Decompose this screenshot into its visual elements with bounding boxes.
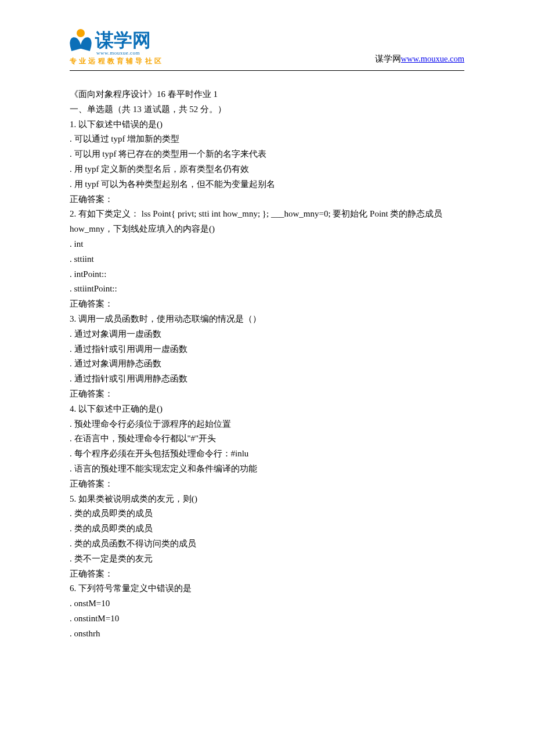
question-option: . 预处理命令行必须位于源程序的起始位置 [70,417,464,432]
answer-label: 正确答案： [70,477,464,492]
question-option: . 在语言中，预处理命令行都以"#"开头 [70,431,464,447]
question-option: . int [70,237,464,252]
document-title: 《面向对象程序设计》16 春平时作业 1 [70,87,464,102]
question-option: . onstintM=10 [70,611,464,627]
question-option: . 可以通过 typf 增加新的类型 [70,132,464,147]
question-option: . 用 typf 可以为各种类型起别名，但不能为变量起别名 [70,177,464,192]
question-option: . 语言的预处理不能实现宏定义和条件编译的功能 [70,462,464,477]
question-option: . sttiintPoint:: [70,282,464,297]
section-heading: 一、单选题（共 13 道试题，共 52 分。） [70,102,464,117]
answer-label: 正确答案： [70,192,464,207]
question-option: . sttiint [70,252,464,267]
page-header: 谋学网 www.mouxue.com 专业远程教育辅导社区 谋学网www.mou… [70,29,464,66]
question-4: 4. 以下叙述中正确的是() . 预处理命令行必须位于源程序的起始位置 . 在语… [70,402,464,492]
header-divider [70,70,464,71]
question-option: . intPoint:: [70,267,464,282]
question-option: . 用 typf 定义新的类型名后，原有类型名仍有效 [70,162,464,177]
question-1: 1. 以下叙述中错误的是() . 可以通过 typf 增加新的类型 . 可以用 … [70,117,464,207]
question-option: . onstM=10 [70,596,464,611]
question-option: . 类的成员函数不得访问类的成员 [70,537,464,552]
question-3: 3. 调用一成员函数时，使用动态联编的情况是（） . 通过对象调用一虚函数 . … [70,312,464,402]
question-stem: 4. 以下叙述中正确的是() [70,402,464,417]
question-stem: 6. 下列符号常量定义中错误的是 [70,581,464,596]
question-option: . onsthrh [70,627,464,642]
question-option: . 每个程序必须在开头包括预处理命令行：#inlu [70,447,464,462]
question-option: . 通过对象调用一虚函数 [70,327,464,342]
question-stem: 1. 以下叙述中错误的是() [70,117,464,132]
document-page: 谋学网 www.mouxue.com 专业远程教育辅导社区 谋学网www.mou… [0,0,534,676]
logo-url-text: www.mouxue.com [96,50,140,56]
question-option: . 类的成员即类的成员 [70,521,464,537]
logo-top: 谋学网 [70,29,151,51]
question-option: . 可以用 typf 将已存在的类型用一个新的名字来代表 [70,147,464,162]
answer-label: 正确答案： [70,387,464,402]
logo-block: 谋学网 www.mouxue.com 专业远程教育辅导社区 [70,29,164,66]
question-option: . 类不一定是类的友元 [70,552,464,567]
answer-label: 正确答案： [70,567,464,582]
question-5: 5. 如果类被说明成类的友元，则() . 类的成员即类的成员 . 类的成员即类的… [70,492,464,582]
question-2: 2. 有如下类定义： lss Point{ privt; stti int ho… [70,207,464,312]
header-right-prefix: 谋学网 [375,54,401,63]
header-link[interactable]: www.mouxue.com [401,54,464,63]
logo-cn-text: 谋学网 [95,31,151,49]
question-option: . 通过指针或引用调用一虚函数 [70,342,464,357]
question-option: . 通过指针或引用调用静态函数 [70,372,464,387]
question-6: 6. 下列符号常量定义中错误的是 . onstM=10 . onstintM=1… [70,581,464,641]
question-stem: 5. 如果类被说明成类的友元，则() [70,492,464,507]
question-option: . 通过对象调用静态函数 [70,357,464,372]
header-right-text: 谋学网www.mouxue.com [375,53,464,66]
logo-icon [70,29,92,51]
logo-tagline: 专业远程教育辅导社区 [70,57,164,66]
question-stem: 2. 有如下类定义： lss Point{ privt; stti int ho… [70,207,464,237]
question-option: . 类的成员即类的成员 [70,506,464,521]
question-stem: 3. 调用一成员函数时，使用动态联编的情况是（） [70,312,464,327]
document-content: 《面向对象程序设计》16 春平时作业 1 一、单选题（共 13 道试题，共 52… [70,87,464,641]
answer-label: 正确答案： [70,297,464,312]
